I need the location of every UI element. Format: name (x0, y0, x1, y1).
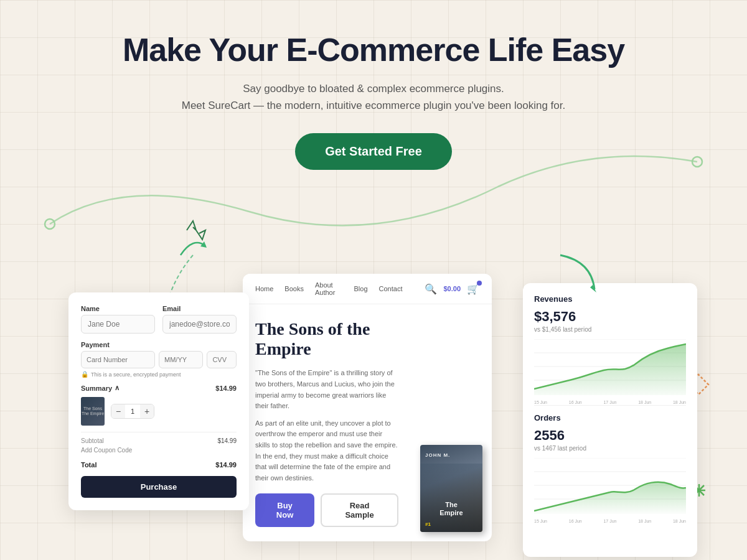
lock-icon: 🔒 (81, 371, 88, 378)
orders-chart: 15 Jun16 Jun17 Jun18 Jun18 Jun (534, 458, 686, 514)
subtotal-value: $14.99 (217, 437, 237, 444)
cvv-input[interactable] (207, 351, 237, 368)
revenue-amount: $3,576 (534, 309, 686, 325)
email-input[interactable] (162, 315, 237, 334)
book-desc-1: "The Sons of the Empire" is a thrilling … (255, 368, 398, 411)
cart-badge-dot (477, 281, 482, 286)
email-label: Email (162, 305, 237, 312)
svg-point-1 (692, 157, 702, 167)
revenues-title: Revenues (534, 294, 686, 304)
hero-subtitle: Say goodbye to bloated & complex ecommer… (123, 80, 624, 114)
book-desc-2: As part of an elite unit, they uncover a… (255, 418, 398, 484)
purchase-button[interactable]: Purchase (81, 476, 237, 498)
name-input[interactable] (81, 315, 155, 334)
nav-blog[interactable]: Blog (354, 285, 368, 292)
revenue-chart: 15 Jun16 Jun17 Jun18 Jun18 Jun (534, 339, 686, 395)
nav-home[interactable]: Home (255, 285, 273, 292)
cart-price: $0.00 (443, 285, 461, 292)
qty-value: 1 (125, 408, 140, 415)
hero-section: Make Your E-Commerce Life Easy Say goodb… (123, 32, 624, 170)
qty-decrease-button[interactable]: − (111, 404, 125, 418)
qty-increase-button[interactable]: + (140, 404, 154, 418)
checkout-card: Name Email Payment (68, 292, 249, 510)
get-started-button[interactable]: Get Started Free (295, 133, 452, 170)
buy-now-button[interactable]: Buy Now (255, 493, 314, 527)
name-label: Name (81, 305, 155, 312)
quantity-control[interactable]: − 1 + (111, 404, 154, 419)
bookstore-card: Home Books About Author Blog Contact 🔍 $… (243, 274, 492, 541)
summary-price: $14.99 (215, 385, 237, 392)
nav-books[interactable]: Books (284, 285, 304, 292)
summary-label: Summary ∧ (81, 384, 120, 392)
nav-about-author[interactable]: About Author (315, 281, 343, 296)
secure-text: This is a secure, encrypted payment (91, 371, 181, 378)
expiry-input[interactable] (159, 351, 203, 368)
cart-icon[interactable]: 🛒 (467, 283, 479, 295)
screenshots-area: Name Email Payment (0, 274, 747, 560)
hero-title: Make Your E-Commerce Life Easy (123, 32, 624, 68)
read-sample-button[interactable]: Read Sample (321, 493, 398, 527)
subtotal-label: Subtotal (81, 437, 104, 444)
revenues-section: Revenues $3,576 vs $1,456 last period (534, 294, 686, 395)
orders-chart-labels: 15 Jun16 Jun17 Jun18 Jun18 Jun (534, 519, 686, 523)
author-name: JOHN M. (425, 452, 477, 458)
svg-point-0 (45, 219, 55, 229)
orders-compare: vs 1467 last period (534, 445, 686, 452)
orders-title: Orders (534, 413, 686, 422)
book-cover-image: JOHN M. TheEmpire #1 (420, 445, 482, 532)
bookstore-nav: Home Books About Author Blog Contact 🔍 $… (243, 274, 492, 304)
total-value: $14.99 (215, 461, 237, 469)
orders-amount: 2556 (534, 427, 686, 444)
bestseller-badge: #1 (425, 521, 431, 527)
book-title: The Sons of theEmpire (255, 319, 398, 359)
revenue-compare: vs $1,456 last period (534, 326, 686, 333)
payment-label: Payment (81, 341, 237, 348)
cover-title: TheEmpire (424, 501, 479, 517)
book-item-row: The SonsThe Empire − 1 + (81, 397, 237, 426)
nav-contact[interactable]: Contact (379, 285, 403, 292)
search-icon[interactable]: 🔍 (425, 283, 437, 295)
card-number-input[interactable] (81, 351, 155, 368)
coupon-link[interactable]: Add Coupon Code (81, 447, 132, 454)
analytics-card: Revenues $3,576 vs $1,456 last period (523, 283, 697, 557)
book-thumbnail: The SonsThe Empire (81, 397, 105, 426)
orders-section: Orders 2556 vs 1467 last period (534, 413, 686, 514)
book-cover-area: JOHN M. TheEmpire #1 (411, 304, 492, 541)
revenue-chart-labels: 15 Jun16 Jun17 Jun18 Jun18 Jun (534, 400, 686, 404)
chevron-up-icon: ∧ (115, 384, 120, 392)
total-label: Total (81, 461, 96, 469)
book-info: The Sons of theEmpire "The Sons of the E… (243, 304, 411, 541)
